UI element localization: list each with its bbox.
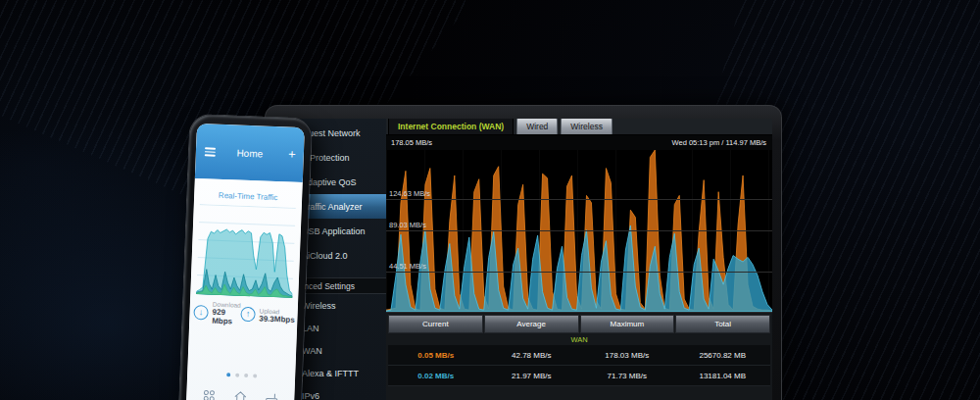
page-dot [253, 374, 257, 377]
router-admin-screen: Guest Network AiProtection Adaptive QoS [276, 119, 772, 400]
sidebar-item-label: WAN [302, 346, 322, 356]
sidebar-item-label: USB Application [302, 226, 366, 236]
realtime-traffic-label: Real-Time Traffic [194, 190, 302, 203]
phone-traffic-chart [196, 204, 295, 298]
table-row-download: 0.05 MB/s 42.78 MB/s 178.03 MB/s 25670.8… [388, 345, 770, 366]
download-total: 25670.82 MB [675, 345, 771, 365]
devices-grid-icon[interactable] [201, 387, 218, 400]
tab-bar: Internet Connection (WAN) Wired Wireless [386, 119, 772, 135]
app-body: Real-Time Traffic ↓ Download 929 Mbps ↑ [186, 178, 303, 400]
traffic-analyzer-panel: Internet Connection (WAN) Wired Wireless… [386, 119, 772, 400]
sidebar-item-label: Wireless [302, 301, 336, 311]
table-header-row: Current Average Maximum Total [388, 315, 770, 333]
datetime-throughput-label: Wed 05:13 pm / 114.97 MB/s [672, 138, 766, 147]
phone: Home + Real-Time Traffic ↓ Download 929 … [178, 114, 313, 400]
download-average: 42.78 MB/s [484, 345, 580, 365]
sidebar-item-label: Alexa & IFTTT [302, 369, 359, 378]
throughput-stats: ↓ Download 929 Mbps ↑ Upload 39.3Mbps [189, 300, 298, 328]
col-header-average: Average [484, 315, 579, 333]
download-stat: ↓ Download 929 Mbps [193, 300, 241, 326]
add-button[interactable]: + [288, 147, 296, 162]
scene: Guest Network AiProtection Adaptive QoS [0, 0, 980, 400]
upload-stat: ↑ Upload 39.3Mbps [240, 302, 295, 328]
sidebar-item-label: Traffic Analyzer [302, 202, 363, 212]
asus-router-app-screen: Home + Real-Time Traffic ↓ Download 929 … [186, 124, 305, 400]
traffic-stats-table: Current Average Maximum Total WAN 0.05 M… [388, 315, 770, 386]
download-maximum: 178.03 MB/s [579, 345, 675, 365]
col-header-current: Current [388, 315, 483, 333]
page-dot-active [226, 373, 230, 376]
bottom-nav [186, 387, 295, 400]
tab-wired[interactable]: Wired [516, 119, 558, 134]
home-icon[interactable] [232, 389, 249, 400]
col-header-total: Total [675, 315, 770, 333]
upload-total: 13181.04 MB [675, 366, 771, 385]
download-value: 929 Mbps [212, 308, 241, 326]
page-dot [244, 374, 248, 377]
upload-value: 39.3Mbps [259, 314, 295, 324]
router-icon[interactable] [264, 390, 280, 400]
phone-traffic-chart-svg [196, 204, 295, 298]
sidebar-item-label: IPv6 [302, 391, 319, 400]
download-current: 0.05 MB/s [388, 345, 484, 365]
upload-maximum: 71.73 MB/s [579, 366, 675, 385]
chart-info-bar: 178.05 MB/s Wed 05:13 pm / 114.97 MB/s [386, 135, 772, 150]
tab-wireless[interactable]: Wireless [561, 119, 612, 134]
upload-arrow-icon: ↑ [240, 307, 256, 323]
y-axis-max-label: 178.05 MB/s [391, 138, 432, 147]
page-indicator-dots [187, 372, 295, 379]
col-header-maximum: Maximum [580, 315, 675, 333]
laptop: Guest Network AiProtection Adaptive QoS [265, 105, 782, 400]
page-dot [235, 374, 239, 377]
table-row-upload: 0.02 MB/s 21.97 MB/s 71.73 MB/s 13181.04… [388, 366, 770, 386]
sidebar-item-label: AiCloud 2.0 [302, 251, 348, 261]
table-group-label-wan: WAN [388, 333, 770, 345]
download-arrow-icon: ↓ [193, 305, 209, 321]
wan-traffic-chart: 124.63 MB/s89.03 MB/s44.51 MB/s [386, 150, 772, 313]
tab-internet-connection-wan[interactable]: Internet Connection (WAN) [388, 119, 514, 134]
app-header: Home + [195, 124, 305, 182]
upload-average: 21.97 MB/s [484, 366, 580, 385]
upload-current: 0.02 MB/s [388, 366, 484, 385]
